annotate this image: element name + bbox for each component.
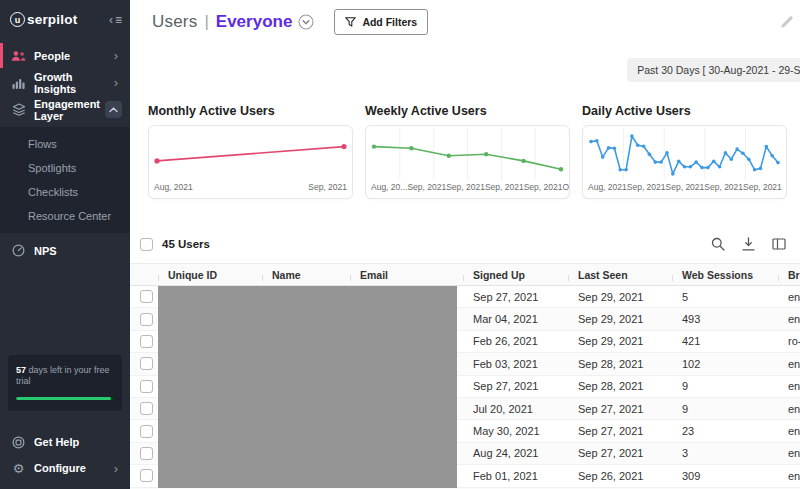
last-seen-cell: Sep 27, 2021 bbox=[568, 403, 672, 415]
x-axis-labels: Aug, 2021Sep, 2021Sep, 2021Sep, 2021Sep,… bbox=[583, 182, 786, 196]
checkbox-cell bbox=[130, 313, 158, 326]
browser-language-cell: en-GB bbox=[778, 313, 800, 325]
column-header-last-seen[interactable]: Last Seen bbox=[568, 269, 672, 281]
sidebar-item-engagement-layer[interactable]: Engagement Layer bbox=[0, 96, 130, 123]
browser-language-cell: en-US bbox=[778, 380, 800, 392]
trial-text-rest: days left in your free trial bbox=[16, 365, 110, 387]
help-chat-icon bbox=[9, 436, 28, 449]
date-range-selector[interactable]: Past 30 Days [ 30-Aug-2021 - 29-Sep-2021… bbox=[627, 58, 800, 82]
chart-title: Weekly Active Users bbox=[365, 104, 570, 118]
trial-days: 57 bbox=[16, 365, 26, 375]
sidebar-item-growth-insights[interactable]: Growth Insights › bbox=[0, 69, 130, 96]
sidebar-item-label: People bbox=[34, 50, 114, 62]
column-header-email[interactable]: Email bbox=[350, 269, 463, 281]
x-axis-label: Sep, 2021 bbox=[407, 182, 446, 192]
x-axis-labels: Aug, 20...Sep, 2021Sep, 2021Sep, 2021Sep… bbox=[366, 182, 569, 196]
sidebar-collapse-button[interactable]: ‹≡ bbox=[109, 13, 122, 27]
table-body: Sep 27, 2021Sep 29, 20215en-USMar 04, 20… bbox=[130, 286, 800, 489]
row-checkbox[interactable] bbox=[140, 290, 153, 303]
layers-icon bbox=[9, 103, 28, 116]
row-checkbox[interactable] bbox=[140, 425, 153, 438]
web-sessions-cell: 3 bbox=[672, 447, 778, 459]
sidebar-footer: Get Help ⚙ Configure › bbox=[0, 429, 130, 481]
monthly-active-users-card: Aug, 2021Sep, 2021 bbox=[148, 125, 353, 199]
last-seen-cell: Sep 26, 2021 bbox=[568, 470, 672, 482]
web-sessions-cell: 9 bbox=[672, 380, 778, 392]
signed-up-cell: May 30, 2021 bbox=[463, 425, 568, 437]
sidebar-spacer bbox=[0, 264, 130, 355]
userpilot-logo: u serpilot bbox=[10, 12, 77, 27]
checkbox-cell bbox=[130, 380, 158, 393]
column-header-browser-language[interactable]: Browser Language bbox=[778, 269, 800, 281]
sidebar-subitem-spotlights[interactable]: Spotlights bbox=[0, 156, 130, 180]
column-header-signed-up[interactable]: Signed Up bbox=[463, 269, 568, 281]
gear-icon: ⚙ bbox=[9, 462, 28, 475]
column-header-unique-id[interactable]: Unique ID bbox=[158, 269, 262, 281]
x-axis-label: Aug, 2021 bbox=[588, 182, 627, 192]
audience-selector[interactable]: Everyone bbox=[216, 12, 315, 32]
row-checkbox[interactable] bbox=[140, 313, 153, 326]
last-seen-cell: Sep 28, 2021 bbox=[568, 358, 672, 370]
x-axis-label: Oct, 2... bbox=[562, 182, 570, 192]
sidebar-item-people[interactable]: People › bbox=[0, 42, 130, 69]
x-axis-label: Aug, 20... bbox=[371, 182, 407, 192]
sidebar-item-get-help[interactable]: Get Help bbox=[0, 429, 130, 455]
weekly-active-users-chart bbox=[366, 126, 569, 182]
row-checkbox[interactable] bbox=[140, 402, 153, 415]
checkbox-cell bbox=[130, 402, 158, 415]
title-divider: | bbox=[204, 12, 208, 32]
monthly-active-users-chart bbox=[149, 126, 352, 182]
signed-up-cell: Feb 01, 2021 bbox=[463, 470, 568, 482]
row-checkbox[interactable] bbox=[140, 335, 153, 348]
row-checkbox[interactable] bbox=[140, 380, 153, 393]
trial-banner: 57 days left in your free trial bbox=[8, 355, 122, 411]
people-icon bbox=[9, 50, 28, 62]
sidebar-item-nps[interactable]: NPS bbox=[0, 237, 130, 264]
last-seen-cell: Sep 28, 2021 bbox=[568, 380, 672, 392]
checkbox-cell bbox=[130, 335, 158, 348]
sidebar-item-label: Configure bbox=[34, 462, 114, 474]
x-axis-label: Aug, 2021 bbox=[154, 182, 193, 192]
checkbox-cell bbox=[130, 290, 158, 303]
weekly-active-users-panel: Weekly Active Users Aug, 20...Sep, 2021S… bbox=[365, 104, 570, 199]
table-toolbar: 45 Users bbox=[130, 231, 800, 257]
edit-pencil-icon[interactable] bbox=[780, 15, 794, 29]
columns-icon[interactable] bbox=[772, 238, 786, 250]
web-sessions-cell: 102 bbox=[672, 358, 778, 370]
column-header-web-sessions[interactable]: Web Sessions bbox=[672, 269, 778, 281]
web-sessions-cell: 309 bbox=[672, 470, 778, 482]
web-sessions-cell: 23 bbox=[672, 425, 778, 437]
sidebar-subitem-checklists[interactable]: Checklists bbox=[0, 180, 130, 204]
browser-language-cell: ro-RO bbox=[778, 335, 800, 347]
daily-active-users-chart bbox=[583, 126, 786, 182]
weekly-active-users-card: Aug, 20...Sep, 2021Sep, 2021Sep, 2021Sep… bbox=[365, 125, 570, 199]
page-header: Users | Everyone Add Filters bbox=[130, 0, 800, 44]
checkbox-cell bbox=[130, 469, 158, 482]
funnel-icon bbox=[345, 17, 356, 27]
chevron-down-circle-icon bbox=[298, 14, 314, 30]
row-checkbox[interactable] bbox=[140, 357, 153, 370]
download-icon[interactable] bbox=[742, 237, 755, 251]
sidebar-item-configure[interactable]: ⚙ Configure › bbox=[0, 455, 130, 481]
chevron-up-icon[interactable] bbox=[105, 101, 122, 118]
sidebar-subitem-resource-center[interactable]: Resource Center bbox=[0, 204, 130, 228]
signed-up-cell: Sep 27, 2021 bbox=[463, 291, 568, 303]
table-header-row: Unique IDNameEmailSigned UpLast SeenWeb … bbox=[130, 263, 800, 286]
column-header-name[interactable]: Name bbox=[262, 269, 350, 281]
browser-language-cell: en-US bbox=[778, 425, 800, 437]
checkbox-cell bbox=[130, 357, 158, 370]
row-checkbox[interactable] bbox=[140, 469, 153, 482]
chevron-right-icon: › bbox=[114, 462, 118, 475]
select-all-checkbox[interactable] bbox=[140, 238, 153, 251]
bar-chart-icon bbox=[9, 77, 28, 89]
main-content: Users | Everyone Add Filters bbox=[130, 0, 800, 489]
web-sessions-cell: 421 bbox=[672, 335, 778, 347]
header-action-icons: ··· bbox=[780, 14, 800, 31]
userpilot-logo-icon: u bbox=[10, 12, 25, 27]
add-filters-button[interactable]: Add Filters bbox=[334, 9, 428, 35]
sidebar-subitem-flows[interactable]: Flows bbox=[0, 132, 130, 156]
x-axis-label: Sep, 2021 bbox=[704, 182, 743, 192]
search-icon[interactable] bbox=[711, 237, 725, 251]
row-checkbox[interactable] bbox=[140, 447, 153, 460]
checkbox-cell bbox=[130, 425, 158, 438]
